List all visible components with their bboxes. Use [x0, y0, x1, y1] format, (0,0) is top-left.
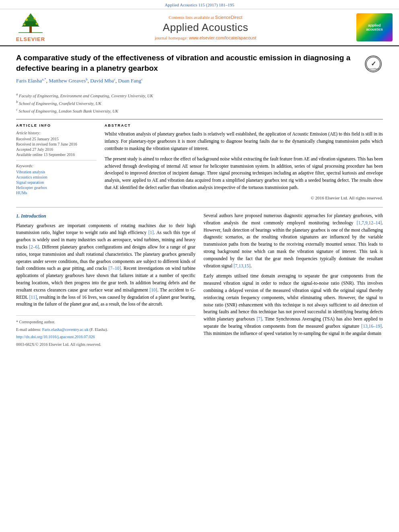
- svg-rect-1: [29, 27, 32, 33]
- journal-header-center: Contents lists available at ScienceDirec…: [59, 15, 352, 40]
- elsevier-tree-icon: [14, 12, 47, 35]
- affiliations: a Faculty of Engineering, Environment an…: [16, 92, 383, 115]
- science-direct-line: Contents lists available at ScienceDirec…: [59, 15, 352, 20]
- history-received: Received 25 January 2015: [16, 137, 97, 141]
- info-divider: [16, 160, 97, 160]
- history-revised: Received in revised form 7 June 2016: [16, 142, 97, 146]
- body-right-col: Several authors have proposed numerous d…: [204, 212, 383, 347]
- article-info-abstract-section: ARTICLE INFO Article history: Received 2…: [16, 119, 383, 201]
- keyword-1: Vibration analysis: [16, 170, 97, 174]
- article-info-column: ARTICLE INFO Article history: Received 2…: [16, 123, 97, 201]
- author-matthew-sup: b: [86, 77, 88, 81]
- journal-cover-image: applied acoustics: [356, 13, 393, 41]
- author-duan: Duan Fang: [118, 78, 141, 84]
- intro-heading: 1. Introduction: [16, 212, 195, 220]
- article-info-label: ARTICLE INFO: [16, 123, 97, 127]
- journal-homepage-link[interactable]: www.elsevier.com/locate/apacoust: [189, 35, 257, 40]
- svg-point-7: [28, 16, 29, 17]
- affiliation-b: b School of Engineering, Cranfield Unive…: [16, 99, 383, 107]
- copyright-line: © 2016 Elsevier Ltd. All rights reserved…: [105, 195, 383, 201]
- elsevier-text: ELSEVIER: [16, 36, 45, 42]
- history-online: Available online 13 September 2016: [16, 152, 97, 157]
- main-divider: [16, 207, 383, 207]
- abstract-column: ABSTRACT Whilst vibration analysis of pl…: [105, 123, 383, 201]
- ref-1: [1]: [148, 230, 154, 235]
- crossmark-icon: ✓ CrossMark: [365, 55, 382, 72]
- ref-2-6: [2–6]: [29, 244, 39, 249]
- keywords-label: Keywords:: [16, 164, 97, 168]
- article-content: A comparative study of the effectiveness…: [0, 46, 399, 354]
- svg-point-8: [24, 24, 26, 26]
- keyword-3: Signal separation: [16, 180, 97, 185]
- abstract-para-2: The present study is aimed to reduce the…: [105, 156, 383, 191]
- crossmark-svg: ✓ CrossMark: [366, 56, 381, 72]
- crossmark-badge[interactable]: ✓ CrossMark: [364, 54, 383, 74]
- right-para-2: Early attempts utilised time domain aver…: [204, 273, 383, 337]
- keyword-2: Acoustics emission: [16, 175, 97, 179]
- right-para-1: Several authors have proposed numerous d…: [204, 212, 383, 270]
- keyword-5: HUMs: [16, 191, 97, 195]
- journal-reference-bar: Applied Acoustics 115 (2017) 181–195: [0, 0, 399, 9]
- svg-point-5: [25, 18, 28, 21]
- keyword-4: Helicopter gearbox: [16, 185, 97, 190]
- svg-point-9: [36, 23, 38, 25]
- email-line: E-mail address: Faris.elasha@coventry.ac…: [16, 327, 195, 333]
- body-two-col: 1. Introduction Planetary gearboxes are …: [16, 212, 383, 347]
- author-faris: Faris Elasha: [16, 78, 42, 84]
- article-history-label: Article history:: [16, 131, 97, 135]
- ref-7b: [7]: [257, 316, 262, 321]
- abstract-para-1: Whilst vibration analysis of planetary g…: [105, 131, 383, 152]
- article-title-section: A comparative study of the effectiveness…: [16, 53, 383, 87]
- science-direct-link[interactable]: ScienceDirect: [215, 15, 243, 20]
- svg-text:CrossMark: CrossMark: [367, 68, 379, 70]
- svg-text:✓: ✓: [371, 60, 376, 67]
- journal-title: Applied Acoustics: [59, 21, 352, 34]
- author-matthew: Matthew Greaves: [49, 78, 86, 84]
- intro-para-1: Planetary gearboxes are important compon…: [16, 222, 195, 308]
- body-left-col: 1. Introduction Planetary gearboxes are …: [16, 212, 195, 347]
- journal-header: ELSEVIER Contents lists available at Sci…: [0, 9, 399, 46]
- author-david-sup: c: [114, 77, 115, 81]
- ref-11: [11]: [29, 295, 37, 300]
- ref-10: [10]: [150, 288, 157, 292]
- abstract-label: ABSTRACT: [105, 123, 383, 127]
- ref-7-10: [7–10]: [109, 266, 121, 271]
- journal-reference-text: Applied Acoustics 115 (2017) 181–195: [165, 2, 234, 7]
- doi-link[interactable]: http://dx.doi.org/10.1016/j.apacoust.201…: [16, 335, 95, 339]
- author-faris-sup: a,*: [42, 77, 46, 81]
- author-david: David Mba: [90, 78, 114, 84]
- affiliation-a: a Faculty of Engineering, Environment an…: [16, 92, 383, 99]
- abstract-text: Whilst vibration analysis of planetary g…: [105, 131, 383, 201]
- svg-point-6: [34, 18, 36, 20]
- elsevier-logo: ELSEVIER: [14, 12, 47, 42]
- ref-13-16-19: [13,16–19]: [361, 324, 382, 329]
- ref-1-7-9-12-14: [1,7,9,12–14]: [357, 220, 382, 225]
- affiliation-c: c School of Engineering, London South Ba…: [16, 107, 383, 114]
- article-footer: * Corresponding author. E-mail address: …: [16, 315, 195, 347]
- article-title-block: A comparative study of the effectiveness…: [16, 53, 360, 87]
- ref-7-13-15: [7,13,15]: [234, 263, 251, 268]
- journal-header-left: ELSEVIER: [6, 12, 55, 42]
- author-duan-sup: c: [141, 77, 143, 81]
- footer-copyright: 0003-682X/© 2016 Elsevier Ltd. All right…: [16, 341, 195, 348]
- article-title: A comparative study of the effectiveness…: [16, 53, 360, 73]
- history-accepted: Accepted 27 July 2016: [16, 147, 97, 152]
- author-email[interactable]: Faris.elasha@coventry.ac.uk: [42, 327, 88, 332]
- corresponding-note: * Corresponding author.: [16, 319, 195, 325]
- article-authors: Faris Elashaa,*, Matthew Greavesb, David…: [16, 77, 360, 84]
- journal-homepage-line: journal homepage: www.elsevier.com/locat…: [59, 35, 352, 40]
- doi-line: http://dx.doi.org/10.1016/j.apacoust.201…: [16, 334, 195, 340]
